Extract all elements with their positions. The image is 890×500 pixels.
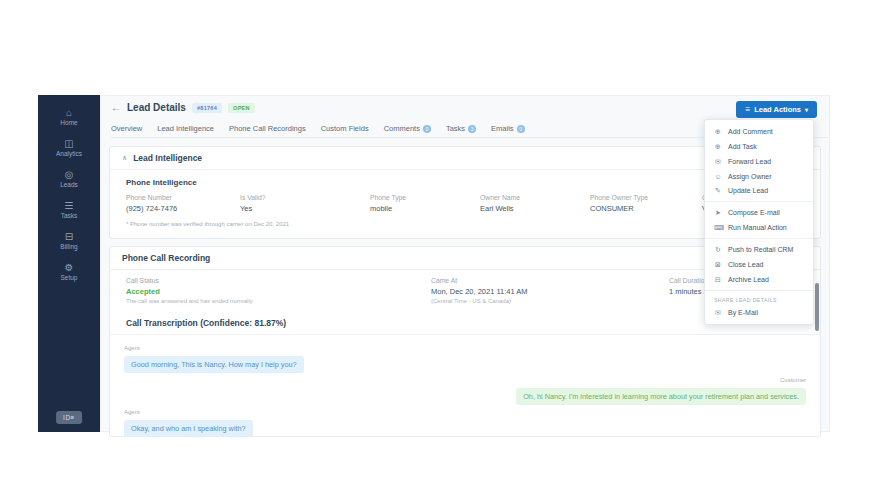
field-came-at: Came At Mon, Dec 20, 2021 11:41 AM (Cent… xyxy=(431,277,669,304)
field-label: Came At xyxy=(431,277,669,284)
sidebar-item-label: Leads xyxy=(38,181,100,189)
close-box-icon: ⊠ xyxy=(714,261,722,269)
tab-label: Tasks xyxy=(446,124,465,133)
tab-phone-call-recordings[interactable]: Phone Call Recordings xyxy=(229,124,306,133)
sidebar-bottom-badge[interactable]: ID≡ xyxy=(56,411,82,424)
tasks-count-badge: 3 xyxy=(468,125,476,133)
billing-icon: ⊟ xyxy=(38,231,100,242)
tab-lead-intelligence[interactable]: Lead Intelligence xyxy=(157,124,214,133)
tab-tasks[interactable]: Tasks3 xyxy=(446,124,476,133)
menu-item-archive-lead[interactable]: ⊟ Archive Lead xyxy=(705,272,813,287)
collapse-chevron-icon[interactable]: ∧ xyxy=(122,154,127,162)
sidebar-item-label: Analytics xyxy=(38,150,100,158)
field-phone-owner-type: Phone Owner Type CONSUMER xyxy=(590,194,702,213)
comments-count-badge: 0 xyxy=(423,125,431,133)
back-arrow-icon[interactable]: ← xyxy=(111,102,121,113)
menu-divider xyxy=(705,238,813,239)
lead-actions-button[interactable]: ≡ Lead Actions ▾ xyxy=(736,101,817,118)
menu-item-label: Assign Owner xyxy=(728,173,772,180)
sidebar-item-label: Setup xyxy=(38,274,100,282)
sidebar-item-tasks[interactable]: ☰ Tasks xyxy=(38,200,100,220)
menu-item-label: By E-Mail xyxy=(728,309,758,316)
menu-item-close-lead[interactable]: ⊠ Close Lead xyxy=(705,257,813,272)
page-title: Lead Details xyxy=(127,102,186,113)
tab-label: Lead Intelligence xyxy=(157,124,214,133)
field-label: Call Status xyxy=(126,277,431,284)
lead-id-badge: #81764 xyxy=(192,103,222,113)
transcript-panel[interactable]: Agent Good morning, This is Nancy. How m… xyxy=(110,335,820,437)
menu-item-push-to-redtail-crm[interactable]: ↻ Push to Redtail CRM xyxy=(705,242,813,257)
menu-item-label: Push to Redtail CRM xyxy=(728,246,793,253)
leads-icon: ◎ xyxy=(38,169,100,180)
sidebar-item-leads[interactable]: ◎ Leads xyxy=(38,169,100,189)
field-label: Owner Name xyxy=(480,194,590,201)
setup-icon: ⚙ xyxy=(38,262,100,273)
menu-item-run-manual-action[interactable]: ⌨ Run Manual Action xyxy=(705,220,813,235)
field-is-valid: Is Valid? Yes xyxy=(240,194,370,213)
agent-message-bubble: Okay, and who am I speaking with? xyxy=(124,420,253,437)
sidebar-item-setup[interactable]: ⚙ Setup xyxy=(38,262,100,282)
field-value: CONSUMER xyxy=(590,204,702,213)
menu-item-label: Archive Lead xyxy=(728,276,769,283)
transcript-entry-agent: Agent Okay, and who am I speaking with? xyxy=(124,409,806,437)
send-icon: ➤ xyxy=(714,209,722,217)
person-icon: ☺ xyxy=(714,173,722,180)
app-window: ⌂ Home ◫ Analytics ◎ Leads ☰ Tasks ⊟ Bil… xyxy=(38,95,830,432)
field-value: Earl Wells xyxy=(480,204,590,213)
tab-comments[interactable]: Comments0 xyxy=(384,124,431,133)
menu-item-label: Compose E-mail xyxy=(728,209,780,216)
call-status-subtext: The call was answered and has ended norm… xyxy=(126,298,431,304)
menu-item-label: Forward Lead xyxy=(728,158,771,165)
tab-custom-fields[interactable]: Custom Fields xyxy=(321,124,369,133)
emails-count-badge: 0 xyxy=(517,125,525,133)
speaker-label: Agent xyxy=(124,409,806,415)
speaker-label: Agent xyxy=(124,345,806,351)
tab-label: Phone Call Recordings xyxy=(229,124,306,133)
menu-item-add-comment[interactable]: ⊕ Add Comment xyxy=(705,124,813,139)
menu-item-assign-owner[interactable]: ☺ Assign Owner xyxy=(705,169,813,183)
menu-burger-icon: ≡ xyxy=(745,105,750,114)
menu-item-label: Update Lead xyxy=(728,187,768,194)
agent-message-bubble: Good morning, This is Nancy. How may I h… xyxy=(124,356,304,373)
sidebar-item-home[interactable]: ⌂ Home xyxy=(38,107,100,127)
field-value: mobile xyxy=(370,204,480,213)
field-phone-type: Phone Type mobile xyxy=(370,194,480,213)
sidebar-item-label: Home xyxy=(38,119,100,127)
tab-label: Custom Fields xyxy=(321,124,369,133)
field-value: Yes xyxy=(240,204,370,213)
tab-overview[interactable]: Overview xyxy=(111,124,142,133)
main-content: ← Lead Details #81764 OPEN ≡ Lead Action… xyxy=(100,95,830,432)
came-at-value: Mon, Dec 20, 2021 11:41 AM xyxy=(431,287,669,296)
came-at-timezone: (Central Time - US & Canada) xyxy=(431,298,669,304)
section-title: Lead Intelligence xyxy=(133,153,202,163)
archive-icon: ⊟ xyxy=(714,276,722,284)
field-value: (925) 724-7476 xyxy=(126,204,240,213)
menu-item-forward-lead[interactable]: ✉ Forward Lead xyxy=(705,154,813,169)
transcript-entry-customer: Customer Oh, hi Nancy. I'm interested in… xyxy=(124,377,806,405)
sidebar-item-analytics[interactable]: ◫ Analytics xyxy=(38,138,100,158)
tasks-icon: ☰ xyxy=(38,200,100,211)
transcript-scrollbar[interactable] xyxy=(815,283,819,331)
menu-item-update-lead[interactable]: ✎ Update Lead xyxy=(705,183,813,198)
add-task-icon: ⊕ xyxy=(714,143,722,151)
sidebar-item-label: Tasks xyxy=(38,212,100,220)
sidebar-item-billing[interactable]: ⊟ Billing xyxy=(38,231,100,251)
menu-item-label: Close Lead xyxy=(728,261,763,268)
sidebar: ⌂ Home ◫ Analytics ◎ Leads ☰ Tasks ⊟ Bil… xyxy=(38,95,100,432)
lead-actions-label: Lead Actions xyxy=(754,105,801,114)
envelope-icon: ✉ xyxy=(714,309,722,317)
transcript-entry-agent: Agent Good morning, This is Nancy. How m… xyxy=(124,345,806,373)
keyboard-icon: ⌨ xyxy=(714,224,722,232)
pencil-icon: ✎ xyxy=(714,187,722,195)
tab-emails[interactable]: Emails0 xyxy=(491,124,525,133)
field-owner-name: Owner Name Earl Wells xyxy=(480,194,590,213)
analytics-icon: ◫ xyxy=(38,138,100,149)
menu-item-compose-email[interactable]: ➤ Compose E-mail xyxy=(705,205,813,220)
field-label: Is Valid? xyxy=(240,194,370,201)
menu-item-by-email[interactable]: ✉ By E-Mail xyxy=(705,305,813,320)
push-sync-icon: ↻ xyxy=(714,246,722,254)
menu-item-label: Add Task xyxy=(728,143,757,150)
menu-item-add-task[interactable]: ⊕ Add Task xyxy=(705,139,813,154)
add-comment-icon: ⊕ xyxy=(714,128,722,136)
menu-divider xyxy=(705,290,813,291)
